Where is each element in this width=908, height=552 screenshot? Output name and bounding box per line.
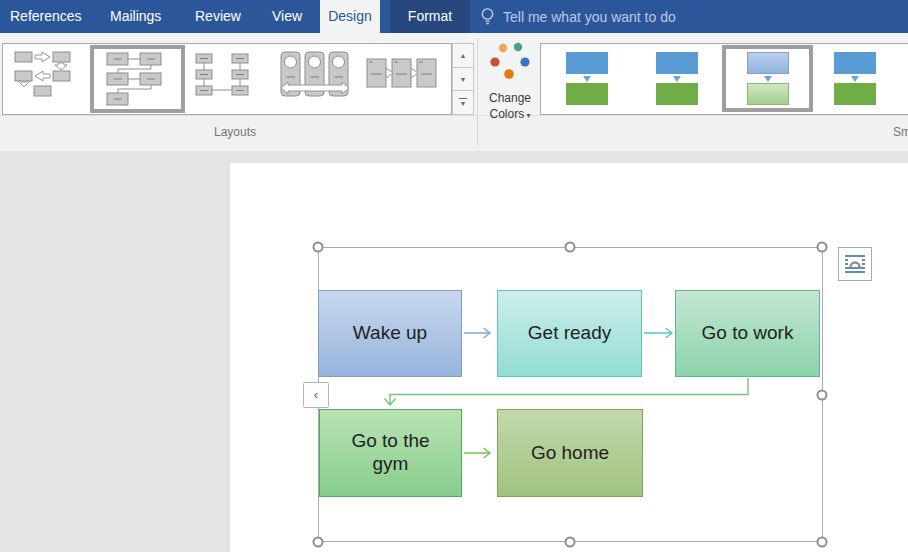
resize-handle-top-middle[interactable] [565, 242, 576, 253]
tab-references[interactable]: References [10, 0, 82, 33]
layout-thumbnail-vertical-process[interactable] [190, 50, 258, 100]
layout-thumbnail-continuous-block-process[interactable] [280, 50, 350, 100]
text-pane-toggle-button[interactable] [303, 382, 329, 408]
style-swatch-blue [566, 52, 608, 74]
node-label: Go to the gym [332, 430, 449, 476]
smartart-node-go-to-work[interactable]: Go to work [675, 290, 820, 377]
tab-format[interactable]: Format [390, 0, 470, 33]
down-arrow-icon [851, 76, 859, 82]
layouts-group-label: Layouts [190, 125, 280, 139]
resize-handle-middle-right[interactable] [817, 390, 828, 401]
tab-view[interactable]: View [272, 0, 302, 33]
tab-design[interactable]: Design [320, 0, 380, 33]
style-swatch-blue [656, 52, 698, 74]
style-swatch-green [834, 83, 876, 105]
change-colors-label-line1: Change [482, 91, 538, 105]
tab-review[interactable]: Review [195, 0, 241, 33]
node-label: Get ready [528, 322, 611, 345]
resize-handle-top-left[interactable] [313, 242, 324, 253]
style-thumbnail-1[interactable] [566, 52, 608, 105]
down-arrow-icon [583, 76, 591, 82]
word-window: References Mailings Review View Design F… [0, 0, 908, 552]
ribbon-design-tab-content: Layouts SmartArt Styles [0, 33, 908, 151]
style-swatch-green-gradient [747, 83, 789, 105]
style-swatch-blue [834, 52, 876, 74]
layout-options-button[interactable] [838, 247, 872, 281]
gallery-more-button[interactable]: ▼ [452, 90, 474, 115]
smartart-node-get-ready[interactable]: Get ready [497, 290, 642, 377]
style-thumbnail-2[interactable] [656, 52, 698, 105]
style-thumbnail-3-selected[interactable] [722, 45, 813, 112]
resize-handle-top-right[interactable] [817, 242, 828, 253]
layout-options-icon [843, 252, 867, 276]
resize-handle-bottom-middle[interactable] [565, 537, 576, 548]
layout-thumbnail-alternating-flow[interactable] [12, 49, 76, 97]
layouts-gallery-scrollbar: ▲ ▼ ▼ [452, 43, 474, 115]
tab-mailings[interactable]: Mailings [110, 0, 161, 33]
style-swatch-blue-gradient [747, 52, 789, 74]
resize-handle-bottom-left[interactable] [313, 537, 324, 548]
smartart-node-go-to-the-gym[interactable]: Go to the gym [319, 409, 462, 497]
down-arrow-icon [673, 76, 681, 82]
change-colors-label-line2: Colors [482, 107, 538, 121]
tell-me-label: Tell me what you want to do [503, 9, 676, 25]
node-label: Go to work [702, 322, 794, 345]
layout-thumbnail-picture-accent-process[interactable] [366, 54, 438, 96]
node-label: Wake up [353, 322, 427, 345]
style-swatch-green [656, 83, 698, 105]
color-dots-icon [482, 39, 538, 83]
layout-thumbnail-bending-process-selected[interactable] [90, 45, 185, 113]
smartart-styles-group-label: SmartArt Styles [893, 125, 908, 139]
lightbulb-icon [480, 7, 495, 27]
group-separator [477, 39, 478, 146]
group-label-strip: Layouts SmartArt Styles [0, 115, 908, 151]
change-colors-button[interactable]: Change Colors [482, 39, 538, 147]
style-swatch-green [566, 83, 608, 105]
gallery-scroll-up-button[interactable]: ▲ [452, 43, 474, 67]
smartart-node-wake-up[interactable]: Wake up [318, 290, 462, 377]
tell-me-box[interactable]: Tell me what you want to do [480, 0, 676, 33]
smartart-node-go-home[interactable]: Go home [497, 409, 643, 497]
ribbon-tab-bar: References Mailings Review View Design F… [0, 0, 908, 33]
gallery-scroll-down-button[interactable]: ▼ [452, 67, 474, 91]
resize-handle-bottom-right[interactable] [817, 537, 828, 548]
style-thumbnail-4[interactable] [834, 52, 876, 105]
down-arrow-icon [764, 76, 772, 82]
node-label: Go home [531, 442, 609, 465]
